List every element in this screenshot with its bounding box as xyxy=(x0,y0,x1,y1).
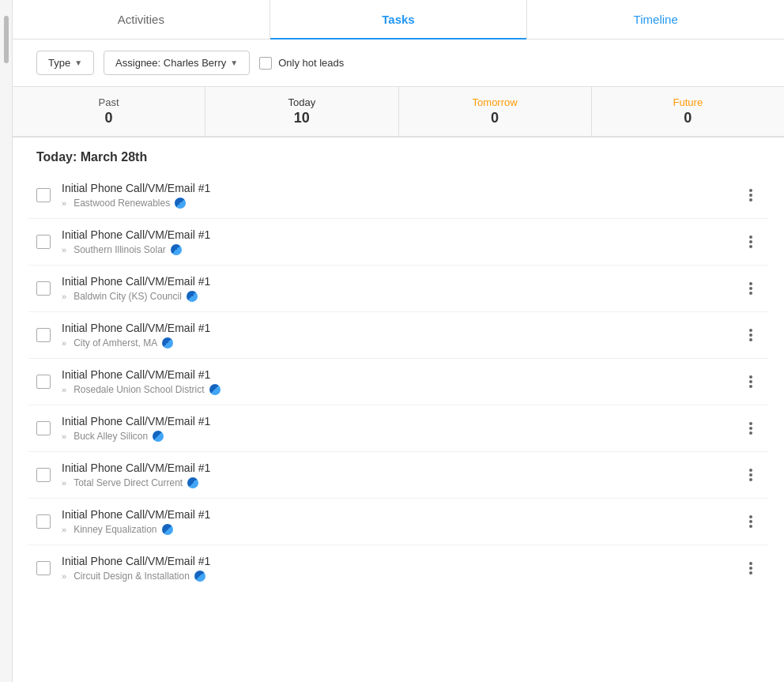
task-chevrons-icon-5: » xyxy=(62,431,66,441)
task-menu-button-5[interactable] xyxy=(741,419,760,438)
task-subtitle-3[interactable]: City of Amherst, MA xyxy=(74,337,157,349)
stat-tomorrow[interactable]: Tomorrow 0 xyxy=(399,87,592,136)
task-menu-button-2[interactable] xyxy=(741,279,760,298)
task-sub-6: » Total Serve Direct Current xyxy=(62,477,741,488)
hot-leads-checkbox[interactable] xyxy=(259,57,272,70)
task-chevrons-icon-0: » xyxy=(62,198,66,208)
tab-tasks[interactable]: Tasks xyxy=(270,0,527,39)
scrollbar-thumb[interactable] xyxy=(4,16,9,63)
assignee-filter-label: Assignee: Charles Berry xyxy=(115,57,226,69)
task-content-3: Initial Phone Call/VM/Email #1 » City of… xyxy=(62,322,741,349)
task-sub-7: » Kinney Equalization xyxy=(62,524,741,535)
menu-dot-3 xyxy=(749,525,752,528)
assignee-filter-button[interactable]: Assignee: Charles Berry ▼ xyxy=(104,51,250,75)
task-sub-1: » Southern Illinois Solar xyxy=(62,244,741,255)
scrollbar[interactable] xyxy=(0,0,13,682)
task-checkbox-8[interactable] xyxy=(36,561,51,575)
stat-future[interactable]: Future 0 xyxy=(592,87,784,136)
task-checkbox-1[interactable] xyxy=(36,235,51,249)
stat-tomorrow-value: 0 xyxy=(407,110,583,126)
menu-dot-2 xyxy=(749,333,752,337)
task-checkbox-0[interactable] xyxy=(36,188,51,202)
menu-dot-1 xyxy=(749,189,752,192)
menu-dot-3 xyxy=(749,385,752,388)
stats-row: Past 0 Today 10 Tomorrow 0 Future 0 xyxy=(13,87,784,138)
tab-activities[interactable]: Activities xyxy=(13,0,270,39)
task-chevrons-icon-6: » xyxy=(62,478,66,488)
lead-indicator-5 xyxy=(153,431,164,442)
filter-bar: Type ▼ Assignee: Charles Berry ▼ Only ho… xyxy=(13,40,784,87)
type-chevron-icon: ▼ xyxy=(74,58,82,67)
task-chevrons-icon-3: » xyxy=(62,338,66,348)
task-checkbox-2[interactable] xyxy=(36,281,51,296)
task-subtitle-6[interactable]: Total Serve Direct Current xyxy=(74,477,183,488)
type-filter-button[interactable]: Type ▼ xyxy=(36,51,94,75)
task-chevrons-icon-7: » xyxy=(62,525,66,534)
task-subtitle-2[interactable]: Baldwin City (KS) Council xyxy=(74,291,182,302)
stat-tomorrow-label: Tomorrow xyxy=(407,96,583,108)
task-title-5: Initial Phone Call/VM/Email #1 xyxy=(62,415,741,428)
hot-leads-label: Only hot leads xyxy=(278,57,344,69)
tab-timeline[interactable]: Timeline xyxy=(526,0,784,39)
task-item: Initial Phone Call/VM/Email #1 » Souther… xyxy=(28,219,768,266)
task-content-4: Initial Phone Call/VM/Email #1 » Rosedal… xyxy=(62,368,741,395)
task-content-5: Initial Phone Call/VM/Email #1 » Buck Al… xyxy=(62,415,741,442)
task-checkbox-3[interactable] xyxy=(36,328,51,342)
menu-dot-3 xyxy=(749,198,752,202)
task-chevrons-icon-4: » xyxy=(62,385,66,394)
lead-indicator-8 xyxy=(194,571,205,582)
hot-leads-filter[interactable]: Only hot leads xyxy=(259,57,344,70)
stat-future-value: 0 xyxy=(600,110,776,126)
type-filter-label: Type xyxy=(48,57,70,69)
stat-past[interactable]: Past 0 xyxy=(13,87,205,136)
task-list: Initial Phone Call/VM/Email #1 » Eastwoo… xyxy=(13,172,784,591)
task-sub-4: » Rosedale Union School District xyxy=(62,384,741,395)
task-title-8: Initial Phone Call/VM/Email #1 xyxy=(62,555,741,567)
task-title-6: Initial Phone Call/VM/Email #1 xyxy=(62,462,741,474)
stat-future-label: Future xyxy=(600,96,776,108)
task-subtitle-8[interactable]: Circuit Design & Installation xyxy=(74,571,190,582)
task-checkbox-7[interactable] xyxy=(36,514,51,529)
task-menu-button-3[interactable] xyxy=(741,326,760,345)
menu-dot-1 xyxy=(749,329,752,332)
menu-dot-3 xyxy=(749,431,752,435)
menu-dot-2 xyxy=(749,287,752,290)
task-menu-button-6[interactable] xyxy=(741,465,760,484)
task-item: Initial Phone Call/VM/Email #1 » Eastwoo… xyxy=(28,172,768,219)
task-checkbox-6[interactable] xyxy=(36,468,51,482)
menu-dot-3 xyxy=(749,245,752,248)
task-content-2: Initial Phone Call/VM/Email #1 » Baldwin… xyxy=(62,275,741,302)
task-subtitle-4[interactable]: Rosedale Union School District xyxy=(74,384,204,395)
task-title-2: Initial Phone Call/VM/Email #1 xyxy=(62,275,741,288)
menu-dot-1 xyxy=(749,375,752,379)
task-menu-button-1[interactable] xyxy=(741,232,760,251)
task-item: Initial Phone Call/VM/Email #1 » Total S… xyxy=(28,452,768,499)
stat-today[interactable]: Today 10 xyxy=(205,87,398,136)
task-item: Initial Phone Call/VM/Email #1 » Baldwin… xyxy=(28,266,768,312)
task-item: Initial Phone Call/VM/Email #1 » Kinney … xyxy=(28,499,768,545)
task-content-8: Initial Phone Call/VM/Email #1 » Circuit… xyxy=(62,555,741,582)
app-container: Activities Tasks Timeline Type ▼ Assigne… xyxy=(0,0,784,682)
menu-dot-2 xyxy=(749,427,752,430)
task-sub-2: » Baldwin City (KS) Council xyxy=(62,291,741,302)
task-content-0: Initial Phone Call/VM/Email #1 » Eastwoo… xyxy=(62,182,741,209)
task-subtitle-7[interactable]: Kinney Equalization xyxy=(74,524,156,535)
task-chevrons-icon-1: » xyxy=(62,245,66,254)
stat-past-label: Past xyxy=(21,96,197,108)
task-chevrons-icon-2: » xyxy=(62,292,66,301)
menu-dot-2 xyxy=(749,194,752,197)
task-subtitle-5[interactable]: Buck Alley Silicon xyxy=(74,431,148,442)
task-subtitle-1[interactable]: Southern Illinois Solar xyxy=(74,244,166,255)
task-checkbox-5[interactable] xyxy=(36,421,51,435)
task-menu-button-4[interactable] xyxy=(741,372,760,391)
lead-indicator-0 xyxy=(175,198,186,209)
task-menu-button-7[interactable] xyxy=(741,512,760,531)
menu-dot-2 xyxy=(749,380,752,383)
task-menu-button-8[interactable] xyxy=(741,559,760,578)
menu-dot-3 xyxy=(749,292,752,295)
task-content-6: Initial Phone Call/VM/Email #1 » Total S… xyxy=(62,462,741,488)
task-checkbox-4[interactable] xyxy=(36,375,51,389)
stat-past-value: 0 xyxy=(21,110,197,126)
task-subtitle-0[interactable]: Eastwood Renewables xyxy=(74,198,170,209)
task-menu-button-0[interactable] xyxy=(741,186,760,205)
